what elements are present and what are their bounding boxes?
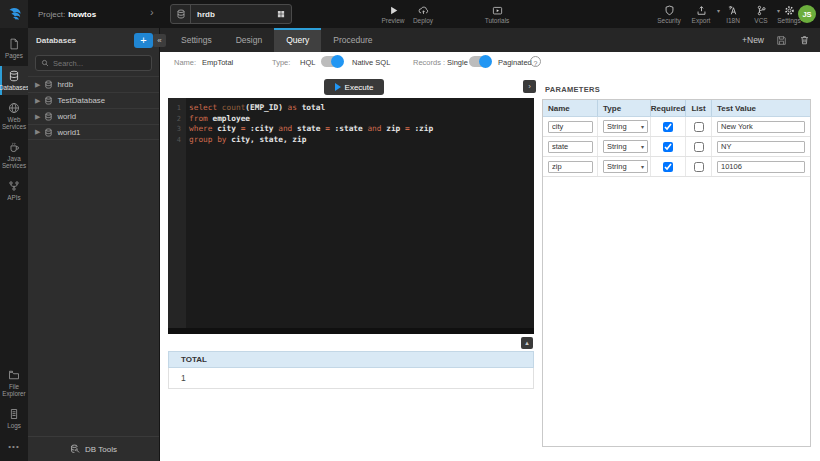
sidebar-item-databases[interactable]: Databases — [0, 66, 28, 95]
export-button[interactable]: ▾ Export — [684, 2, 718, 26]
save-icon — [776, 35, 787, 46]
param-required-checkbox[interactable] — [663, 162, 673, 172]
add-database-button[interactable]: + — [134, 33, 153, 48]
tab-settings[interactable]: Settings — [169, 28, 224, 52]
coffee-icon — [8, 141, 20, 153]
table-row: String ▾ — [543, 137, 810, 157]
search-icon — [41, 59, 49, 67]
database-icon — [171, 5, 191, 23]
records-option-single[interactable]: Single — [447, 56, 468, 70]
chevron-down-icon: ▾ — [641, 123, 644, 130]
left-rail: Pages Databases Web Services Java Servic… — [0, 28, 28, 461]
project-breadcrumb: Project: howtos — [38, 0, 96, 28]
expand-caret-icon[interactable]: ▶ — [35, 97, 40, 105]
code-line: 2 from employee — [168, 114, 534, 125]
tutorials-button[interactable]: Tutorials — [480, 2, 514, 26]
sql-editor[interactable]: 1 select count(EMP_ID) as total 2 from e… — [168, 98, 534, 334]
param-required-checkbox[interactable] — [663, 122, 673, 132]
param-list-checkbox[interactable] — [694, 122, 704, 132]
param-name-input[interactable] — [548, 141, 593, 153]
param-type-select[interactable]: String ▾ — [603, 120, 648, 133]
search-input[interactable] — [53, 59, 146, 68]
table-row: String ▾ — [543, 117, 810, 137]
name-label: Name: — [174, 56, 196, 70]
param-list-checkbox[interactable] — [694, 162, 704, 172]
shield-icon — [664, 5, 675, 16]
type-toggle[interactable] — [321, 56, 343, 67]
sidebar-item-apis[interactable]: APIs — [0, 176, 28, 205]
column-header-name: Name — [543, 100, 598, 116]
code-line: 4 group by city, state, zip — [168, 135, 534, 146]
sidebar-item-java-services[interactable]: Java Services — [0, 137, 28, 173]
records-option-paginated[interactable]: Paginated — [498, 56, 532, 70]
tree-item-world1[interactable]: ▶ world1 — [28, 124, 159, 140]
param-type-select[interactable]: String ▾ — [603, 140, 648, 153]
column-header-required: Required — [651, 100, 686, 116]
type-option-native-sql[interactable]: Native SQL — [352, 56, 390, 70]
app-logo[interactable] — [0, 0, 28, 28]
databases-panel-header: Databases + — [28, 28, 159, 53]
expand-caret-icon[interactable]: ▶ — [35, 113, 40, 121]
param-name-input[interactable] — [548, 121, 593, 133]
expand-caret-icon[interactable]: ▶ — [35, 128, 40, 136]
tab-query[interactable]: Query — [274, 28, 321, 52]
user-avatar[interactable]: JS — [798, 5, 816, 23]
param-required-checkbox[interactable] — [663, 142, 673, 152]
new-query-button[interactable]: +New — [742, 35, 764, 45]
query-name-value[interactable]: EmpTotal — [202, 56, 233, 70]
database-tree: ▶ hrdb ▶ TestDatabase ▶ world ▶ world1 — [28, 76, 159, 140]
panel-collapse-button[interactable]: « — [153, 34, 166, 47]
chevron-down-icon: ▾ — [641, 143, 644, 150]
params-expand-button[interactable]: › — [523, 80, 536, 93]
save-button[interactable] — [776, 35, 787, 46]
main-area: « Settings Design Query Procedure +New N… — [160, 28, 820, 461]
results-collapse-button[interactable]: ▴ — [521, 337, 533, 349]
branch-icon — [756, 5, 767, 16]
tab-procedure[interactable]: Procedure — [321, 28, 384, 52]
log-file-icon — [8, 408, 20, 420]
db-tools-button[interactable]: DB Tools — [28, 436, 159, 461]
sidebar-item-logs[interactable]: Logs — [0, 404, 28, 433]
sidebar-item-web-services[interactable]: Web Services — [0, 98, 28, 134]
trash-icon — [799, 34, 810, 46]
globe-icon — [8, 102, 20, 114]
toggle-knob — [479, 55, 492, 68]
param-name-input[interactable] — [548, 161, 593, 173]
translate-icon — [727, 5, 739, 16]
top-bar: Project: howtos › hrdb Preview — [0, 0, 820, 28]
expand-caret-icon[interactable]: ▶ — [35, 81, 40, 89]
param-test-value-input[interactable] — [717, 121, 805, 133]
db-selector-value: hrdb — [191, 10, 271, 19]
more-options-button[interactable]: ••• — [0, 436, 28, 461]
chevron-down-icon: ▾ — [641, 163, 644, 170]
tree-item-testdatabase[interactable]: ▶ TestDatabase — [28, 92, 159, 108]
play-icon — [335, 83, 341, 91]
deploy-button[interactable]: Deploy — [406, 2, 440, 26]
preview-button[interactable]: Preview — [376, 2, 410, 26]
results-table: TOTAL 1 — [168, 351, 534, 389]
sidebar-item-pages[interactable]: Pages — [0, 34, 28, 63]
tree-item-hrdb[interactable]: ▶ hrdb — [28, 76, 159, 92]
tab-design[interactable]: Design — [224, 28, 274, 52]
param-test-value-input[interactable] — [717, 161, 805, 173]
database-search[interactable] — [35, 55, 152, 71]
security-button[interactable]: Security — [652, 2, 686, 26]
execute-button[interactable]: Execute — [324, 79, 384, 95]
grid-apps-icon[interactable] — [271, 9, 291, 19]
param-list-checkbox[interactable] — [694, 142, 704, 152]
table-row: 1 — [168, 368, 534, 389]
delete-button[interactable] — [799, 34, 810, 46]
sidebar-item-file-explorer[interactable]: File Explorer — [0, 365, 28, 401]
help-icon[interactable]: ? — [530, 56, 541, 67]
database-icon — [44, 96, 53, 105]
database-icon — [8, 70, 20, 82]
db-selector[interactable]: hrdb — [170, 4, 292, 24]
page-icon — [8, 38, 20, 50]
tree-item-world[interactable]: ▶ world — [28, 108, 159, 124]
param-type-select[interactable]: String ▾ — [603, 160, 648, 173]
parameters-title: PARAMETERS — [545, 85, 600, 94]
records-toggle[interactable] — [469, 56, 491, 67]
code-line: 1 select count(EMP_ID) as total — [168, 103, 534, 114]
param-test-value-input[interactable] — [717, 141, 805, 153]
type-option-hql[interactable]: HQL — [300, 56, 315, 70]
